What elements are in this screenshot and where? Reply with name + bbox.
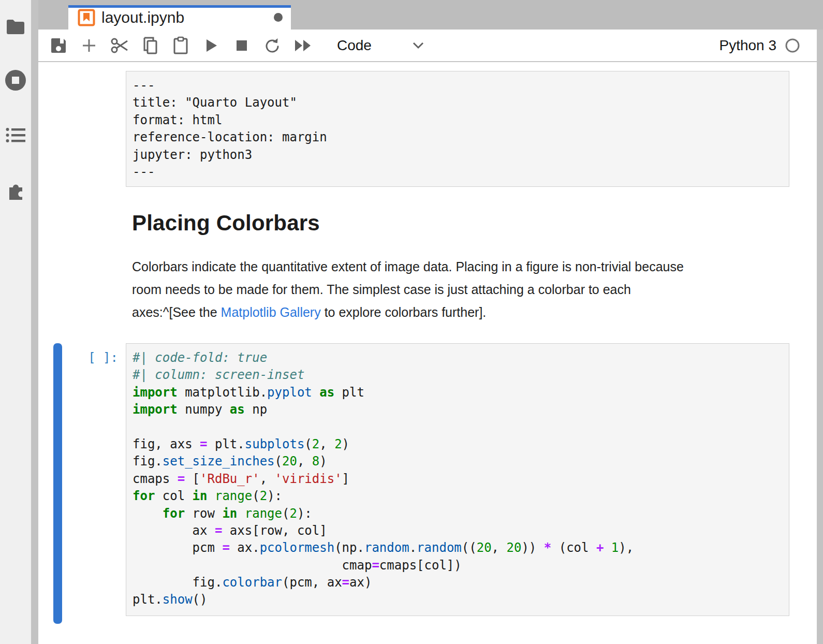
modified-dot-icon[interactable]: [274, 13, 283, 22]
kernel-name[interactable]: Python 3: [719, 37, 776, 54]
code-line: pcm = ax.pcolormesh(np.random.random((20…: [133, 539, 786, 557]
markdown-heading: Placing Colorbars: [132, 211, 320, 236]
code-line: import matplotlib.pyplot as plt: [133, 384, 786, 401]
code-cell-lines: #| code-fold: true#| column: screen-inse…: [133, 349, 786, 609]
cell-type-dropdown[interactable]: Code: [337, 37, 424, 54]
paragraph-text: axes:^[See the: [132, 305, 221, 319]
code-line: fig.colorbar(pcm, ax=ax): [133, 574, 786, 591]
code-line: fig, axs = plt.subplots(2, 2): [133, 436, 786, 453]
paste-icon: [172, 36, 189, 55]
raw-line: ---: [133, 77, 786, 94]
paragraph-text: to explore colorbars further].: [321, 305, 487, 319]
active-tab-indicator: [68, 5, 291, 8]
code-line: ax = axs[row, col]: [133, 522, 786, 539]
code-line: cmap=cmaps[col]): [133, 557, 786, 574]
raw-line: ---: [133, 164, 786, 181]
code-line: [133, 419, 786, 436]
scissors-icon: [110, 37, 129, 54]
restart-run-all-button[interactable]: [293, 36, 312, 55]
cell-type-value: Code: [337, 37, 372, 54]
sidebar-item-running-kernels[interactable]: [0, 64, 31, 97]
raw-cell-lines: ---title: "Quarto Layout"format: htmlref…: [133, 77, 786, 181]
code-line: for col in range(2):: [133, 488, 786, 505]
raw-line: title: "Quarto Layout": [133, 94, 786, 111]
raw-line: format: html: [133, 112, 786, 129]
markdown-paragraph-line: Colorbars indicate the quantitative exte…: [132, 255, 795, 278]
plus-icon: [81, 37, 97, 54]
tab-layout-ipynb[interactable]: layout.ipynb: [68, 5, 291, 30]
markdown-paragraph-line: room needs to be made for them. The simp…: [132, 278, 795, 301]
sidebar-item-extensions[interactable]: [0, 174, 31, 207]
markdown-paragraph: Colorbars indicate the quantitative exte…: [132, 255, 795, 324]
code-line: #| column: screen-inset: [133, 367, 786, 384]
tab-title: layout.ipynb: [101, 9, 274, 26]
notebook-toolbar: Code Python 3: [38, 30, 817, 62]
copy-cells-button[interactable]: [140, 36, 159, 55]
chevron-down-icon: [412, 41, 424, 49]
save-button[interactable]: [49, 36, 68, 55]
run-button[interactable]: [201, 36, 221, 55]
fast-forward-icon: [293, 38, 313, 53]
code-line: plt.show(): [133, 591, 786, 608]
raw-line: jupyter: python3: [133, 147, 786, 164]
window-edge: [817, 30, 823, 644]
sidebar-splitter[interactable]: [31, 0, 38, 644]
paste-cells-button[interactable]: [171, 36, 190, 55]
code-cell-editor[interactable]: #| code-fold: true#| column: screen-inse…: [126, 343, 789, 616]
dock-tab-bar: layout.ipynb: [31, 0, 823, 30]
code-line: for row in range(2):: [133, 505, 786, 522]
play-icon: [203, 37, 219, 54]
paragraph-text: room needs to be made for them. The simp…: [132, 282, 631, 297]
code-line: #| code-fold: true: [133, 349, 786, 367]
notebook-icon: [78, 9, 95, 26]
matplotlib-gallery-link[interactable]: Matplotlib Gallery: [221, 305, 321, 319]
markdown-paragraph-line: axes:^[See the Matplotlib Gallery to exp…: [132, 301, 795, 324]
save-icon: [50, 37, 67, 54]
puzzle-icon: [5, 180, 26, 201]
raw-cell-editor[interactable]: ---title: "Quarto Layout"format: htmlref…: [126, 71, 789, 187]
sidebar-item-table-of-contents[interactable]: [0, 119, 31, 152]
cell-collapser[interactable]: [53, 343, 62, 624]
restart-kernel-button[interactable]: [262, 36, 282, 55]
copy-icon: [141, 36, 159, 55]
activity-sidebar: [0, 0, 31, 644]
stop-icon: [235, 39, 248, 52]
sidebar-item-file-browser[interactable]: [0, 10, 31, 43]
code-line: import numpy as np: [133, 401, 786, 418]
code-line: cmaps = ['RdBu_r', 'viridis']: [133, 471, 786, 488]
kernel-indicator: Python 3: [719, 37, 800, 54]
code-line: fig.set_size_inches(20, 8): [133, 453, 786, 470]
raw-line: reference-location: margin: [133, 129, 786, 146]
cell-input-prompt: [ ]:: [57, 350, 118, 365]
interrupt-kernel-button[interactable]: [232, 36, 251, 55]
kernel-status-icon[interactable]: [785, 38, 800, 53]
insert-cell-button[interactable]: [79, 36, 98, 55]
running-kernels-icon: [5, 69, 26, 91]
refresh-icon: [263, 37, 281, 54]
paragraph-text: Colorbars indicate the quantitative exte…: [132, 259, 684, 274]
folder-icon: [6, 18, 25, 36]
cut-cells-button[interactable]: [110, 36, 129, 55]
list-icon: [6, 127, 25, 143]
